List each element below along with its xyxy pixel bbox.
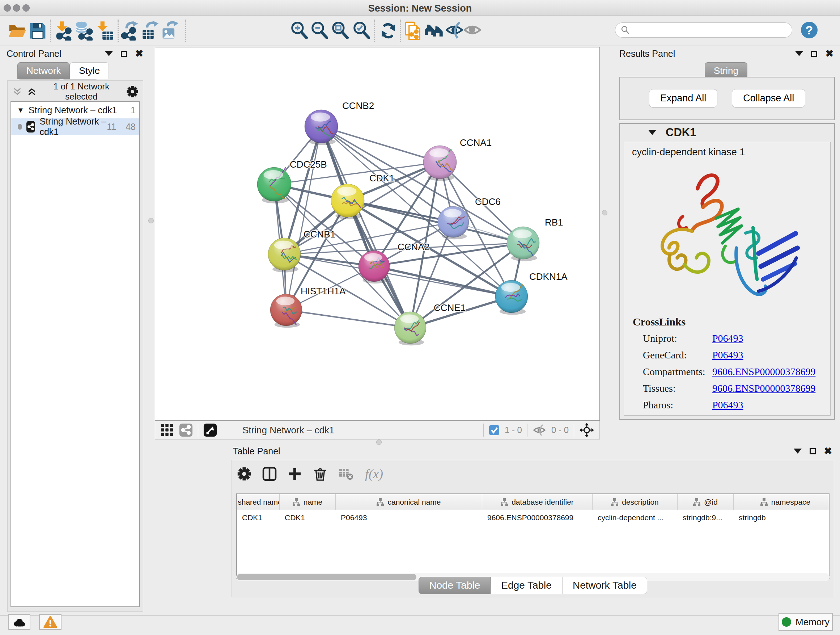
crosslink-link[interactable]: 9606.ENSP00000378699: [712, 383, 815, 394]
selected-checkbox-icon[interactable]: [489, 424, 500, 435]
birds-eye-view-icon[interactable]: [203, 423, 217, 437]
column-header-canonical-name[interactable]: canonical name: [336, 494, 482, 510]
table-cell[interactable]: P06493: [336, 510, 482, 525]
search-input[interactable]: [630, 25, 792, 35]
network-node-CCNB1[interactable]: [268, 238, 301, 272]
network-view-mode-icon[interactable]: [179, 423, 193, 437]
panel-menu-icon[interactable]: [105, 51, 113, 56]
tab-style[interactable]: Style: [70, 62, 109, 79]
cloud-status-button[interactable]: [8, 614, 30, 630]
delete-column-trash-icon[interactable]: [313, 467, 327, 481]
grid-view-icon[interactable]: [160, 423, 174, 437]
export-network-icon[interactable]: [121, 21, 141, 41]
protein-name: CDK1: [666, 126, 696, 139]
help-button[interactable]: ?: [801, 22, 818, 38]
import-table-file-icon[interactable]: [95, 21, 115, 41]
network-graph[interactable]: CCNB2CCNA1CDC25BCDK1CDC6RB1CCNB1CCNA2CDK…: [155, 48, 600, 420]
tab-edge-table[interactable]: Edge Table: [491, 577, 562, 594]
zoom-selected-icon[interactable]: [352, 21, 371, 41]
table-row[interactable]: CDK1CDK1P064939606.ENSP00000378699cyclin…: [237, 510, 829, 525]
pan-crosshair-icon[interactable]: [579, 423, 594, 438]
network-node-CDK1[interactable]: [331, 184, 364, 219]
column-header-shared-name[interactable]: shared name: [237, 494, 279, 510]
hide-selected-eye-slash-icon[interactable]: [445, 21, 464, 41]
clone-network-icon[interactable]: [403, 21, 423, 41]
table-cell[interactable]: 9606.ENSP00000378699: [482, 510, 592, 525]
network-edge[interactable]: [321, 126, 440, 162]
warnings-button[interactable]: [39, 614, 62, 630]
cloud-icon: [12, 616, 27, 628]
network-node-CDKN1A[interactable]: [495, 280, 528, 315]
close-panel-icon[interactable]: ✖: [825, 50, 834, 57]
bottom-splitter-handle[interactable]: [376, 440, 382, 445]
export-table-icon[interactable]: [141, 21, 161, 41]
show-columns-icon[interactable]: [262, 467, 277, 481]
expand-all-icon[interactable]: [27, 88, 36, 96]
function-builder-icon-disabled: f(x): [365, 466, 383, 481]
network-edge[interactable]: [286, 310, 410, 328]
right-splitter-handle[interactable]: [602, 210, 607, 215]
main-toolbar: ?: [0, 16, 840, 46]
refresh-view-icon[interactable]: [378, 21, 398, 41]
network-edge[interactable]: [321, 126, 410, 328]
memory-button[interactable]: Memory: [778, 613, 833, 631]
show-all-eye-icon[interactable]: [463, 21, 483, 41]
table-options-gear-icon[interactable]: [237, 467, 251, 481]
column-header-description[interactable]: description: [592, 494, 677, 510]
table-cell[interactable]: stringdb:9...: [677, 510, 734, 525]
zoom-out-icon[interactable]: [310, 21, 330, 41]
open-file-icon[interactable]: [7, 21, 27, 41]
import-network-file-icon[interactable]: [54, 21, 73, 41]
float-panel-icon[interactable]: [121, 51, 127, 57]
crosslink-link[interactable]: P06493: [712, 333, 744, 344]
import-network-database-icon[interactable]: [74, 21, 94, 41]
close-panel-icon[interactable]: ✖: [824, 448, 832, 455]
zoom-fit-icon[interactable]: [331, 21, 350, 41]
network-node-CCNE1[interactable]: [394, 312, 426, 345]
table-header-row: shared namenamecanonical namedatabase id…: [237, 494, 829, 510]
collapse-section-icon[interactable]: [648, 130, 656, 135]
panel-menu-icon[interactable]: [794, 448, 802, 454]
create-column-plus-icon[interactable]: [287, 467, 302, 481]
tab-network[interactable]: Network: [17, 62, 70, 79]
table-cell[interactable]: CDK1: [279, 510, 336, 525]
save-session-icon[interactable]: [28, 21, 47, 41]
network-options-gear-icon[interactable]: [126, 86, 139, 98]
crosslink-link[interactable]: 9606.ENSP00000378699: [712, 366, 815, 378]
export-image-icon[interactable]: [161, 21, 180, 41]
column-header--id[interactable]: @id: [677, 494, 734, 510]
left-splitter-handle[interactable]: [148, 218, 154, 223]
network-name: String Network – cdk1: [39, 116, 107, 137]
zoom-in-icon[interactable]: [290, 21, 309, 41]
search-field[interactable]: [615, 22, 792, 38]
string-home-icon[interactable]: [424, 21, 444, 41]
column-header-name[interactable]: name: [279, 494, 336, 510]
network-node-RB1[interactable]: [507, 226, 539, 261]
close-panel-icon[interactable]: ✖: [135, 50, 143, 57]
table-cell[interactable]: cyclin-dependent ...: [592, 510, 677, 525]
collapse-triangle-icon[interactable]: ▼: [17, 106, 24, 114]
crosslink-link[interactable]: P06493: [712, 349, 744, 361]
panel-menu-icon[interactable]: [795, 51, 803, 56]
tab-node-table[interactable]: Node Table: [418, 577, 491, 594]
float-panel-icon[interactable]: [811, 51, 817, 57]
network-row-selected[interactable]: String Network – cdk1 11 48: [11, 119, 139, 135]
hidden-eye-slash-icon[interactable]: [532, 424, 546, 436]
network-selection-status: 1 of 1 Network selected: [36, 81, 126, 102]
column-header-database-identifier[interactable]: database identifier: [482, 494, 592, 510]
warning-icon: [43, 616, 57, 629]
column-header-namespace[interactable]: namespace: [734, 494, 829, 510]
network-canvas[interactable]: CCNB2CCNA1CDC25BCDK1CDC6RB1CCNB1CCNA2CDK…: [155, 47, 600, 421]
tab-network-table[interactable]: Network Table: [562, 577, 647, 594]
network-node-CDC25B[interactable]: [257, 167, 291, 203]
collapse-all-button[interactable]: Collapse All: [732, 89, 805, 108]
network-node-CCNA1[interactable]: [423, 146, 456, 181]
expand-all-button[interactable]: Expand All: [649, 89, 718, 108]
network-node-HIST1H1A[interactable]: [270, 294, 302, 328]
table-cell[interactable]: CDK1: [237, 510, 279, 525]
crosslink-link[interactable]: P06493: [712, 399, 744, 411]
crosslink-label: GeneCard:: [643, 349, 712, 361]
table-cell[interactable]: stringdb: [734, 510, 829, 525]
float-panel-icon[interactable]: [810, 448, 816, 454]
collapse-all-icon[interactable]: [13, 88, 22, 96]
